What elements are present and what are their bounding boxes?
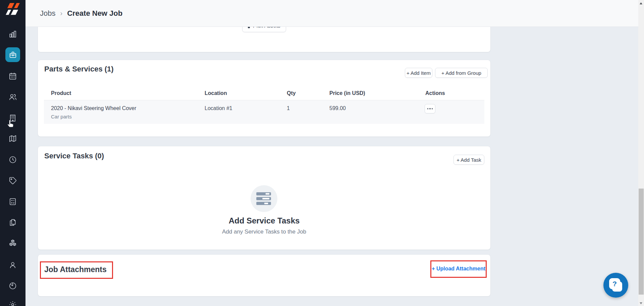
empty-state-circle	[251, 185, 277, 212]
col-header-product: Product	[51, 90, 71, 96]
sidebar-item-documents[interactable]	[0, 218, 25, 227]
job-attachments-card: Job Attachments + Upload Attachment	[38, 255, 490, 296]
breadcrumb-current: Create New Job	[67, 9, 122, 18]
calendar-icon	[8, 72, 17, 81]
map-icon	[8, 134, 17, 143]
scrollbar[interactable]	[638, 0, 644, 306]
pie-clock-icon	[8, 282, 17, 290]
cell-category: Car parts	[51, 114, 72, 119]
col-header-qty: Qty	[287, 90, 296, 96]
sidebar-item-tags[interactable]	[0, 176, 25, 185]
annotation-box-upload	[430, 260, 487, 278]
sidebar-item-parts-inventory[interactable]	[0, 239, 25, 248]
col-header-price: Price (in USD)	[329, 90, 365, 96]
table-row: 2020 - Nikavi Steering Wheel Cover Car p…	[44, 100, 484, 124]
breadcrumb: Jobs › Create New Job	[40, 9, 122, 18]
cubes-icon	[8, 239, 17, 248]
sidebar-item-calendar[interactable]	[0, 72, 25, 81]
add-item-button[interactable]: + Add Item	[405, 68, 432, 78]
row-actions-button[interactable]	[425, 104, 435, 113]
bar-chart-icon	[8, 30, 17, 39]
sidebar-item-teams[interactable]	[0, 261, 25, 269]
top-header: Jobs › Create New Job	[25, 0, 638, 27]
parts-services-card: Parts & Services (1) + Add Item + Add fr…	[38, 60, 490, 137]
scroll-up-arrow-icon[interactable]	[640, 2, 642, 4]
add-task-button[interactable]: + Add Task	[453, 155, 484, 165]
sidebar-item-dashboard[interactable]	[0, 30, 25, 39]
gear-icon	[8, 300, 17, 306]
cell-product: 2020 - Nikavi Steering Wheel Cover	[51, 105, 136, 111]
hand-cursor	[6, 119, 15, 129]
col-header-actions: Actions	[425, 90, 445, 96]
question-mark-icon: ?	[609, 278, 620, 289]
stacked-list-icon	[256, 192, 272, 205]
scrollbar-thumb[interactable]	[639, 189, 644, 295]
ellipsis-icon	[427, 108, 429, 109]
cell-price: 599.00	[329, 105, 346, 111]
clock-icon	[8, 155, 17, 164]
sidebar-item-customers[interactable]	[0, 93, 25, 101]
app-screen: Pick Assets Parts & Services (1) + Add I…	[0, 0, 644, 306]
sidebar-item-quotes[interactable]	[0, 197, 25, 206]
breadcrumb-jobs[interactable]: Jobs	[40, 9, 55, 18]
sidebar-item-dispatch-map[interactable]	[0, 134, 25, 143]
add-from-group-button[interactable]: + Add from Group	[435, 68, 488, 78]
cell-location: Location #1	[205, 105, 232, 111]
sidebar	[0, 0, 25, 306]
users-icon	[8, 93, 17, 101]
app-logo[interactable]	[5, 3, 20, 16]
cell-qty: 1	[287, 105, 290, 111]
user-icon	[8, 261, 17, 269]
annotation-box-title	[40, 261, 113, 279]
sidebar-item-timeoff[interactable]	[0, 282, 25, 290]
sidebar-item-timesheets[interactable]	[0, 155, 25, 164]
copy-files-icon	[8, 218, 17, 227]
chevron-right-icon: ›	[60, 9, 62, 17]
tag-icon	[8, 176, 17, 185]
calculator-icon	[8, 197, 17, 206]
help-chat-button[interactable]: ?	[603, 273, 628, 298]
sidebar-item-settings[interactable]	[0, 300, 25, 306]
col-header-location: Location	[205, 90, 227, 96]
parts-services-title: Parts & Services (1)	[44, 65, 114, 73]
parts-table-header: Product Location Qty Price (in USD) Acti…	[44, 89, 484, 100]
briefcase-icon	[9, 51, 17, 59]
empty-state-subtitle: Add any Service Tasks to the Job	[38, 228, 490, 235]
sidebar-item-jobs[interactable]	[5, 47, 20, 62]
service-tasks-title: Service Tasks (0)	[44, 152, 104, 160]
scroll-down-arrow-icon[interactable]	[640, 302, 642, 304]
empty-state-title: Add Service Tasks	[38, 216, 490, 225]
service-tasks-card: Service Tasks (0) + Add Task Add Service…	[38, 146, 490, 250]
